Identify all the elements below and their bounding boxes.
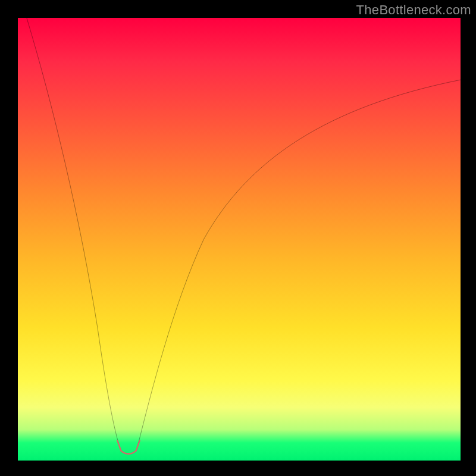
curve-layer [18,18,461,461]
trough-marker-path [117,441,139,454]
plot-area [18,18,461,461]
right-arm-path [137,80,461,447]
watermark-text: TheBottleneck.com [356,2,471,18]
left-arm-path [27,18,120,447]
chart-root: TheBottleneck.com [0,0,476,476]
